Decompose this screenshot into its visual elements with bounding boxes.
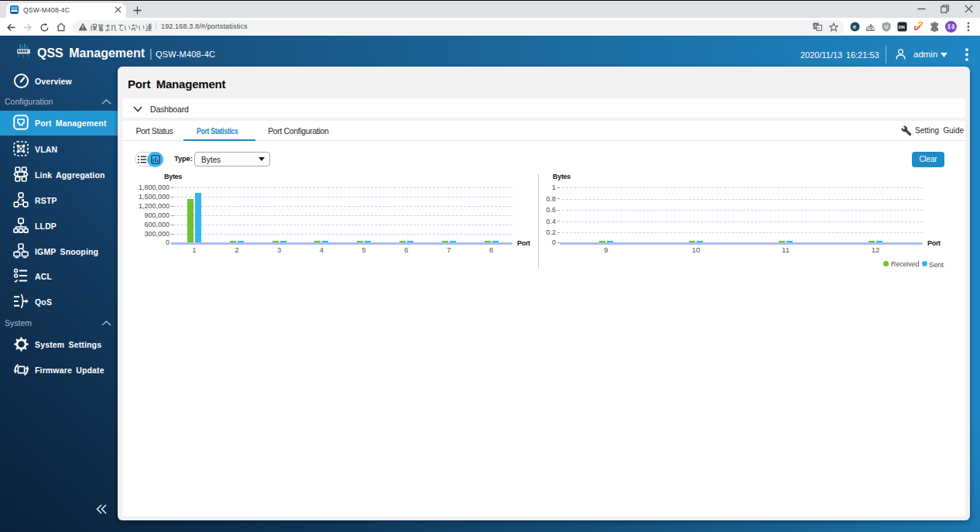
svg-text:DN: DN [899,25,905,29]
svg-text:U: U [884,24,888,29]
svg-text:x: x [817,26,820,30]
svg-text:e: e [853,23,857,30]
svg-text:NEW: NEW [867,27,875,31]
